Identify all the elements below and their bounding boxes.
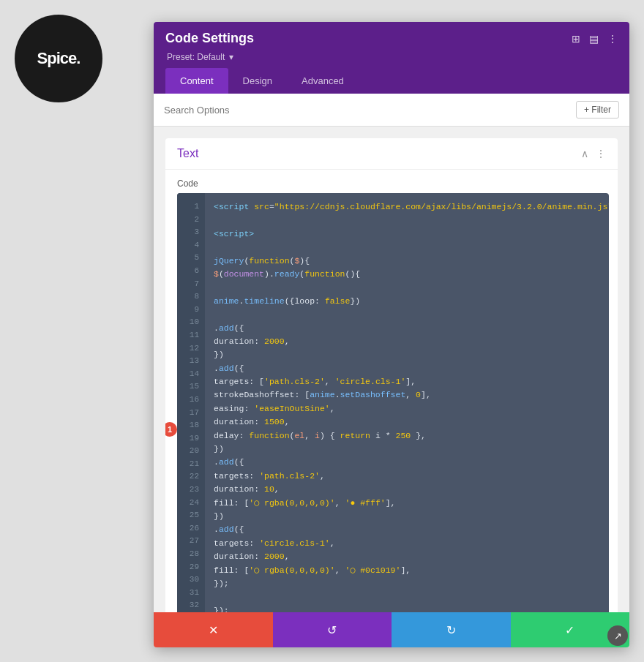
settings-modal: Code Settings ⊞ ▤ ⋮ Preset: Default ▾ Co… — [154, 22, 629, 647]
line-number: 9 — [177, 304, 205, 317]
code-line: .add({ — [214, 322, 600, 335]
code-line: }); — [214, 604, 600, 612]
line-number: 16 — [177, 394, 205, 407]
line-number: 23 — [177, 484, 205, 497]
tab-advanced[interactable]: Advanced — [287, 68, 359, 94]
line-number: 15 — [177, 380, 205, 394]
line-number: 14 — [177, 368, 205, 381]
more-icon[interactable]: ⋮ — [607, 33, 618, 45]
line-numbers: 1234567891011121314151617181920212223242… — [177, 193, 205, 612]
line-number: 30 — [177, 573, 205, 587]
text-section: Text ∧ ⋮ Code 1 123456789101112131415161… — [165, 138, 618, 612]
code-line — [214, 214, 600, 227]
code-line: fill: ['◯ rgba(0,0,0,0)', '● #fff'], — [214, 497, 600, 510]
modal-title-row: Code Settings ⊞ ▤ ⋮ — [165, 31, 618, 46]
line-number: 29 — [177, 561, 205, 574]
footer-buttons: ✕ ↺ ↻ ✓ — [154, 612, 629, 647]
line-number: 32 — [177, 599, 205, 612]
code-line: targets: 'path.cls-2', — [214, 470, 600, 483]
line-number: 2 — [177, 214, 205, 227]
code-editor[interactable]: 1234567891011121314151617181920212223242… — [177, 193, 609, 612]
code-line: }) — [214, 348, 600, 361]
code-line: fill: ['◯ rgba(0,0,0,0)', '◯ #0c1019'], — [214, 564, 600, 577]
error-badge: 1 — [165, 422, 177, 437]
code-line: .add({ — [214, 456, 600, 469]
preset-selector[interactable]: Preset: Default ▾ — [165, 52, 618, 62]
code-line: duration: 2000, — [214, 550, 600, 563]
modal-header-icons: ⊞ ▤ ⋮ — [572, 33, 618, 45]
section-title: Text — [177, 147, 198, 160]
section-more-icon[interactable]: ⋮ — [596, 148, 606, 159]
code-line: anime.timeline({loop: false}) — [214, 295, 600, 308]
line-number: 5 — [177, 252, 205, 265]
line-number: 19 — [177, 432, 205, 445]
line-number: 26 — [177, 522, 205, 535]
code-line: .add({ — [214, 523, 600, 536]
line-number: 18 — [177, 419, 205, 432]
section-header: Text ∧ ⋮ — [165, 138, 618, 170]
code-line: easing: 'easeInOutSine', — [214, 402, 600, 415]
line-number: 25 — [177, 509, 205, 522]
code-line: duration: 2000, — [214, 335, 600, 348]
line-number: 11 — [177, 329, 205, 342]
line-number: 10 — [177, 316, 205, 329]
search-bar: + Filter — [154, 94, 629, 127]
code-line: jQuery(function($){ — [214, 255, 600, 268]
line-number: 7 — [177, 278, 205, 291]
collapse-icon[interactable]: ∧ — [581, 148, 588, 159]
tab-content[interactable]: Content — [165, 68, 228, 94]
line-number: 8 — [177, 290, 205, 304]
code-line: <script src="https://cdnjs.cloudflare.co… — [214, 200, 600, 214]
line-number: 22 — [177, 470, 205, 484]
code-editor-inner: 1234567891011121314151617181920212223242… — [177, 193, 609, 612]
line-number: 24 — [177, 497, 205, 510]
code-line: targets: 'circle.cls-1', — [214, 537, 600, 550]
line-number: 20 — [177, 445, 205, 458]
line-number: 6 — [177, 265, 205, 278]
line-number: 27 — [177, 535, 205, 548]
responsive-icon[interactable]: ⊞ — [572, 33, 580, 45]
code-line: duration: 1500, — [214, 415, 600, 429]
modal-title: Code Settings — [165, 31, 254, 46]
code-line: .add({ — [214, 362, 600, 375]
scroll-content[interactable]: Text ∧ ⋮ Code 1 123456789101112131415161… — [154, 127, 629, 612]
code-line — [214, 241, 600, 254]
redo-button[interactable]: ↻ — [392, 612, 511, 647]
corner-icon[interactable]: ↗ — [607, 625, 628, 646]
modal-header: Code Settings ⊞ ▤ ⋮ Preset: Default ▾ Co… — [154, 22, 629, 94]
code-line: duration: 10, — [214, 483, 600, 496]
filter-button[interactable]: + Filter — [576, 101, 619, 119]
code-line: }) — [214, 510, 600, 523]
line-number: 17 — [177, 407, 205, 420]
code-line: strokeDashoffset: [anime.setDashoffset, … — [214, 388, 600, 402]
code-line: <script> — [214, 227, 600, 241]
code-line: }) — [214, 443, 600, 456]
tabs: Content Design Advanced — [165, 68, 618, 94]
code-line — [214, 590, 600, 603]
search-input[interactable] — [164, 105, 576, 116]
line-number: 28 — [177, 548, 205, 561]
line-number: 13 — [177, 355, 205, 368]
tab-design[interactable]: Design — [228, 68, 287, 94]
line-number: 4 — [177, 239, 205, 252]
code-line — [214, 308, 600, 321]
logo: Spice. — [15, 15, 102, 102]
code-line: delay: function(el, i) { return i * 250 … — [214, 429, 600, 443]
line-number: 1 — [177, 200, 205, 214]
columns-icon[interactable]: ▤ — [589, 33, 599, 45]
line-number: 3 — [177, 226, 205, 239]
line-number: 21 — [177, 458, 205, 471]
code-editor-wrap: 1 12345678910111213141516171819202122232… — [168, 193, 618, 612]
code-lines: <script src="https://cdnjs.cloudflare.co… — [205, 193, 609, 612]
code-line: $(document).ready(function(){ — [214, 268, 600, 281]
line-number: 31 — [177, 587, 205, 600]
cancel-button[interactable]: ✕ — [154, 612, 273, 647]
code-line: }); — [214, 577, 600, 590]
code-line: targets: ['path.cls-2', 'circle.cls-1'], — [214, 375, 600, 388]
section-header-actions: ∧ ⋮ — [581, 148, 606, 159]
line-number: 12 — [177, 342, 205, 356]
code-line — [214, 281, 600, 294]
undo-button[interactable]: ↺ — [273, 612, 392, 647]
logo-text: Spice. — [37, 49, 80, 68]
code-label: Code — [165, 170, 618, 193]
